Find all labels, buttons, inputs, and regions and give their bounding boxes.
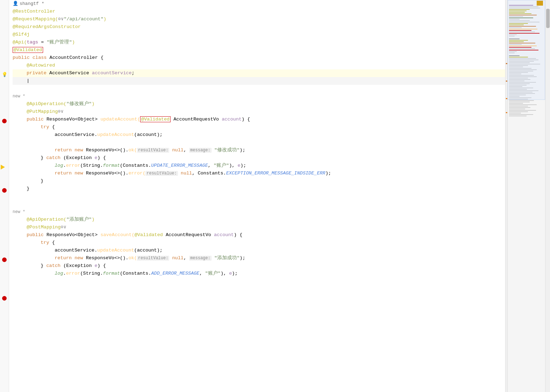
code-line-new-marker-2: new * <box>13 208 505 216</box>
code-line-new-marker: new * <box>13 92 505 100</box>
code-line-log-error: log.error(String.format(Constants.UPDATE… <box>13 162 505 170</box>
code-line: accountService.updateAccount(account); <box>13 131 505 139</box>
bulb-icon[interactable]: 💡 <box>0 71 9 78</box>
code-editor[interactable]: 👤 shangtf * @RestController @RequestMapp… <box>9 0 505 392</box>
code-line: @PutMapping⊙∨ <box>13 108 505 116</box>
minimap <box>507 0 545 392</box>
code-line-return-ok-2: return new ResponseVo<>().ok(resultValue… <box>13 254 505 262</box>
code-line: @RequestMapping(⊙∨"/api/account") <box>13 15 505 23</box>
code-line: @Autowired <box>13 62 505 69</box>
code-line: @RestController <box>13 8 505 15</box>
breakpoint-dot[interactable] <box>0 117 9 125</box>
validated-annotation-box: @Validated <box>13 47 43 53</box>
code-line-try-2: try { <box>13 239 505 247</box>
code-line: } <box>13 185 505 193</box>
code-line: @PostMapping⊙∨ <box>13 223 505 231</box>
code-line-update-method: public ResponseVo<Object> updateAccount(… <box>13 116 505 123</box>
breakpoint-dot-3[interactable] <box>0 256 9 263</box>
validated-annotation-inline-box: @Validated <box>140 116 171 122</box>
code-line-save-method: public ResponseVo<Object> saveAccount(@V… <box>13 231 505 239</box>
code-line: @Api(tags = "账户管理") <box>13 39 505 46</box>
code-line-2: accountService.updateAccount(account); <box>13 247 505 254</box>
minimap-yellow-block <box>537 1 543 6</box>
vertical-scrollbar[interactable] <box>545 0 550 392</box>
code-line-log-error-2: log.error(String.format(Constants.ADD_ER… <box>13 270 505 277</box>
debug-arrow <box>0 163 9 171</box>
code-line-try: try { <box>13 123 505 131</box>
code-line-validated: @Validated <box>13 46 505 54</box>
code-line-catch-2: } catch (Exception e) { <box>13 262 505 270</box>
code-line: 👤 shangtf * <box>13 0 505 8</box>
code-line-catch: } catch (Exception e) { <box>13 154 505 162</box>
code-line-cursor[interactable]: | <box>13 77 505 85</box>
person-icon: 👤 <box>13 0 18 8</box>
code-line: @Slf4j <box>13 31 505 39</box>
code-line: } <box>13 177 505 185</box>
code-line-return-ok: return new ResponseVo<>().ok(resultValue… <box>13 146 505 154</box>
left-gutter: 💡 <box>0 0 9 392</box>
breakpoint-dot-4[interactable] <box>0 294 9 302</box>
code-line: @RequiredArgsConstructor <box>13 23 505 31</box>
breakpoint-dot-2[interactable] <box>0 186 9 194</box>
code-line: @ApiOperation("添加账户") <box>13 216 505 223</box>
scrollbar-thumb[interactable] <box>546 9 550 28</box>
code-line: public class AccountController { <box>13 54 505 62</box>
code-line: private AccountService accountService; <box>13 69 505 77</box>
code-line-return-error: return new ResponseVo<>().error(resultVa… <box>13 170 505 177</box>
code-line: @ApiOperation("修改账户") <box>13 100 505 108</box>
